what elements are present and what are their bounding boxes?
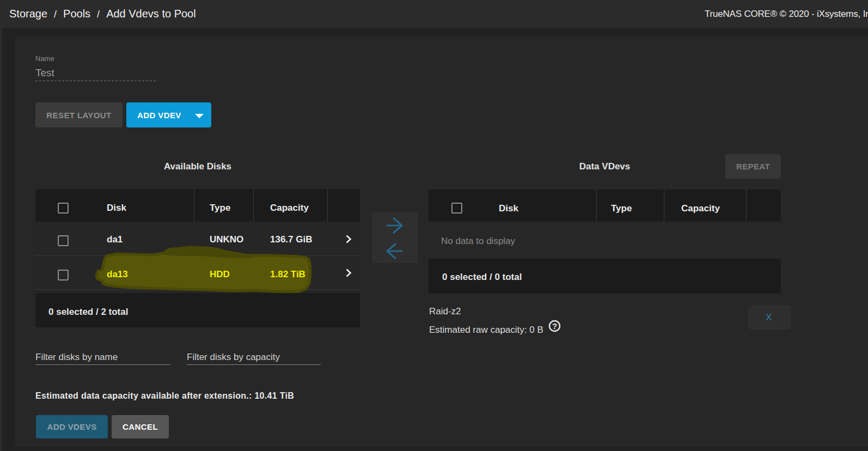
svg-text:?: ? [552, 321, 557, 331]
